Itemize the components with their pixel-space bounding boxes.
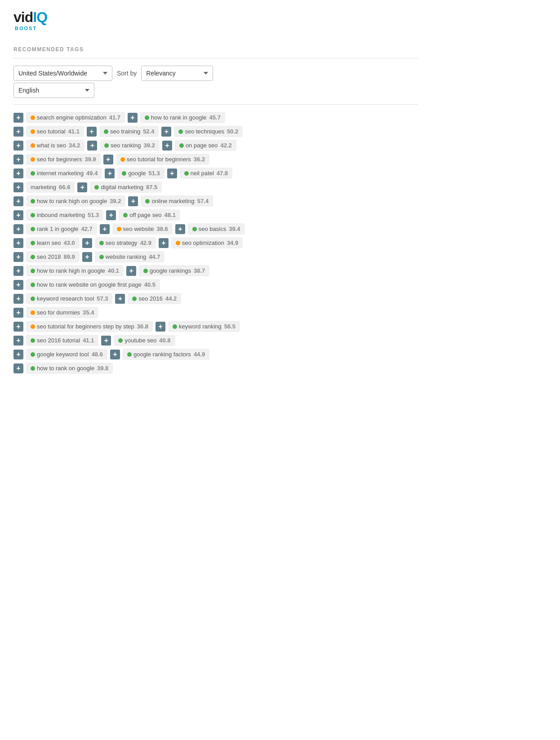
tag-add-button-5-1[interactable]: + xyxy=(77,182,87,192)
tag-add-button-6-0[interactable]: + xyxy=(13,196,23,206)
tag-8-1: seo website38.6 xyxy=(112,223,173,235)
tag-add-button-2-1[interactable]: + xyxy=(87,141,97,151)
tag-add-button-10-1[interactable]: + xyxy=(82,252,92,262)
tag-add-button-4-2[interactable]: + xyxy=(167,168,177,178)
tag-add-button-12-0[interactable]: + xyxy=(13,280,23,290)
tag-add-button-11-1[interactable]: + xyxy=(126,266,136,276)
tags-row-0: +search engine optimization41.7+how to r… xyxy=(13,112,418,123)
tags-row-17: +google keyword tool48.6+google ranking … xyxy=(13,349,418,360)
tag-add-button-4-0[interactable]: + xyxy=(13,168,23,178)
tag-score-15-0: 36.8 xyxy=(137,323,148,330)
tag-1-0: seo tutorial41.1 xyxy=(26,126,84,137)
tag-add-button-7-1[interactable]: + xyxy=(106,210,116,220)
tag-text-17-0: google keyword tool xyxy=(37,351,89,358)
tag-score-16-1: 40.8 xyxy=(159,337,170,344)
tags-row-15: +seo tutorial for beginners step by step… xyxy=(13,321,418,332)
dot-icon-0-1 xyxy=(145,115,149,120)
tag-17-0: google keyword tool48.6 xyxy=(26,349,107,360)
language-select[interactable]: English Spanish French German Portuguese xyxy=(13,83,94,98)
tag-13-1: seo 201644.2 xyxy=(128,293,181,304)
tag-add-button-17-1[interactable]: + xyxy=(110,350,120,359)
tag-text-7-0: inbound marketing xyxy=(37,212,85,218)
tag-score-0-1: 45.7 xyxy=(209,114,221,121)
tag-add-button-14-0[interactable]: + xyxy=(13,308,23,318)
dot-icon-16-0 xyxy=(31,338,35,343)
tag-add-button-3-1[interactable]: + xyxy=(103,155,113,164)
tag-text-2-1: seo ranking xyxy=(111,142,141,149)
tag-add-button-13-0[interactable]: + xyxy=(13,294,23,304)
tag-score-7-0: 51.3 xyxy=(88,212,99,218)
region-select[interactable]: United States/Worldwide United Kingdom C… xyxy=(13,66,112,81)
tag-add-button-0-0[interactable]: + xyxy=(13,113,23,123)
logo-iq: IQ xyxy=(33,9,47,26)
tag-add-button-15-1[interactable]: + xyxy=(156,322,165,332)
tags-row-8: +rank 1 in google42.7+seo website38.6+se… xyxy=(13,223,418,235)
tag-add-button-9-1[interactable]: + xyxy=(82,238,92,248)
tag-text-18-0: how to rank on google xyxy=(37,365,94,372)
sort-select[interactable]: Relevancy Score Alphabetical xyxy=(141,66,213,81)
tag-score-2-2: 42.2 xyxy=(220,142,231,149)
tag-text-1-2: seo techniques xyxy=(185,128,224,135)
tag-add-button-17-0[interactable]: + xyxy=(13,350,23,359)
tag-0-0: search engine optimization41.7 xyxy=(26,112,125,123)
tag-10-0: seo 201889.9 xyxy=(26,251,80,262)
logo-boost: BOOST xyxy=(15,26,37,31)
dot-icon-4-0 xyxy=(31,171,35,176)
tag-add-button-15-0[interactable]: + xyxy=(13,322,23,332)
dot-icon-5-1 xyxy=(94,185,99,190)
tag-score-13-0: 57.3 xyxy=(97,295,108,302)
tag-add-button-1-0[interactable]: + xyxy=(13,127,23,137)
tag-2-1: seo ranking39.2 xyxy=(100,140,160,151)
tag-add-button-3-0[interactable]: + xyxy=(13,155,23,164)
tag-10-1: website ranking44.7 xyxy=(95,251,165,262)
tag-text-10-0: seo 2018 xyxy=(37,253,61,260)
filter-row-1: United States/Worldwide United Kingdom C… xyxy=(13,66,418,81)
tag-5-0: marketing66.6 xyxy=(26,182,75,193)
tag-12-0: how to rank website on google first page… xyxy=(26,279,160,290)
tag-add-button-10-0[interactable]: + xyxy=(13,252,23,262)
tag-17-1: google ranking factors44.9 xyxy=(123,349,209,360)
tag-add-button-6-1[interactable]: + xyxy=(128,196,138,206)
tag-text-1-0: seo tutorial xyxy=(37,128,66,135)
tag-add-button-8-1[interactable]: + xyxy=(100,224,110,234)
tag-8-0: rank 1 in google42.7 xyxy=(26,223,97,235)
tag-add-button-5-0[interactable]: + xyxy=(13,182,23,192)
dot-icon-14-0 xyxy=(31,310,35,315)
tag-text-13-1: seo 2016 xyxy=(138,295,163,302)
tag-add-button-7-0[interactable]: + xyxy=(13,210,23,220)
tag-text-3-0: seo for beginners xyxy=(37,156,82,163)
tag-0-1: how to rank in google45.7 xyxy=(140,112,225,123)
tags-row-4: +internet marketing49.4+google51.3+neil … xyxy=(13,168,418,179)
tag-text-4-0: internet marketing xyxy=(37,170,84,177)
tag-score-1-1: 52.4 xyxy=(143,128,154,135)
tag-1-1: seo training52.4 xyxy=(99,126,159,137)
tag-add-button-8-0[interactable]: + xyxy=(13,224,23,234)
tag-score-5-0: 66.6 xyxy=(59,184,70,191)
tag-add-button-16-0[interactable]: + xyxy=(13,336,23,346)
tag-score-15-1: 56.5 xyxy=(224,323,236,330)
tag-add-button-13-1[interactable]: + xyxy=(115,294,125,304)
tag-add-button-18-0[interactable]: + xyxy=(13,363,23,373)
tag-score-8-2: 39.4 xyxy=(229,226,240,232)
tag-add-button-8-2[interactable]: + xyxy=(175,224,185,234)
tag-add-button-0-1[interactable]: + xyxy=(128,113,138,123)
tag-add-button-4-1[interactable]: + xyxy=(105,168,115,178)
tag-11-1: google rankings38.7 xyxy=(139,265,209,276)
logo: vid IQ BOOST xyxy=(13,9,418,33)
tag-4-2: neil patel47.8 xyxy=(180,168,232,179)
tag-add-button-2-2[interactable]: + xyxy=(162,141,172,151)
tag-add-button-16-1[interactable]: + xyxy=(101,336,111,346)
tag-score-13-1: 44.2 xyxy=(165,295,177,302)
tag-add-button-2-0[interactable]: + xyxy=(13,141,23,151)
tag-add-button-9-2[interactable]: + xyxy=(159,238,169,248)
tag-add-button-11-0[interactable]: + xyxy=(13,266,23,276)
tag-text-8-2: seo basics xyxy=(199,226,226,232)
sort-label: Sort by xyxy=(117,70,137,77)
tag-add-button-1-2[interactable]: + xyxy=(161,127,171,137)
tag-7-0: inbound marketing51.3 xyxy=(26,209,103,221)
tag-add-button-9-0[interactable]: + xyxy=(13,238,23,248)
tag-text-3-1: seo tutorial for beginners xyxy=(127,156,191,163)
tag-add-button-1-1[interactable]: + xyxy=(87,127,97,137)
tag-score-0-0: 41.7 xyxy=(109,114,120,121)
tag-text-13-0: keyword research tool xyxy=(37,295,94,302)
